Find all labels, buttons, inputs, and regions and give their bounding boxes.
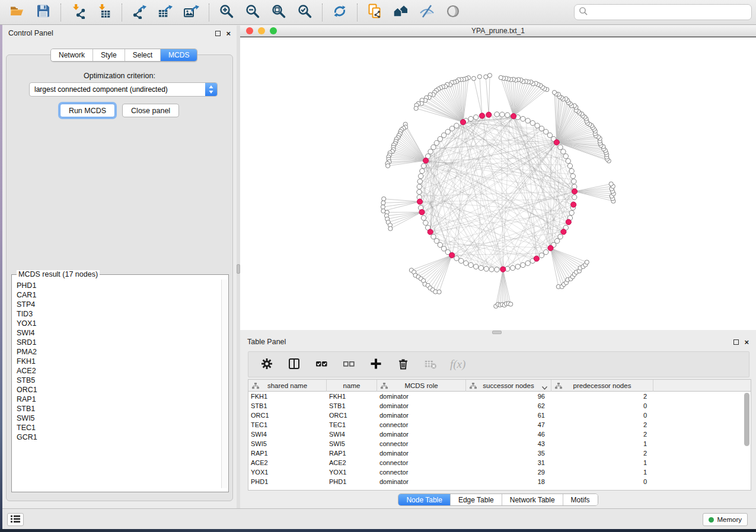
- mcds-node-item[interactable]: SRD1: [17, 338, 221, 347]
- tab-network[interactable]: Network: [51, 49, 93, 61]
- import-network-icon: [71, 4, 86, 21]
- column-header-predecessor-nodes[interactable]: predecessor nodes: [551, 380, 653, 392]
- network-file-button[interactable]: [366, 4, 384, 21]
- network-graph[interactable]: [240, 37, 756, 331]
- mcds-node-item[interactable]: TID3: [17, 309, 221, 319]
- hide-details-button[interactable]: [418, 4, 436, 21]
- mcds-node-item[interactable]: RAP1: [17, 395, 221, 404]
- mcds-node-item[interactable]: GCR1: [17, 432, 221, 442]
- cell-predecessor-nodes: 2: [551, 420, 653, 430]
- cytoscape-app-window: Control Panel × NetworkStyleSelectMCDS O…: [0, 0, 756, 532]
- close-table-panel-icon[interactable]: ×: [744, 339, 749, 345]
- mcds-node-item[interactable]: FKH1: [17, 357, 221, 366]
- table-row[interactable]: FKH1FKH1dominator962: [248, 392, 751, 401]
- column-header-shared-name[interactable]: shared name: [248, 380, 327, 392]
- tab-mcds[interactable]: MCDS: [161, 49, 197, 61]
- float-table-panel-icon[interactable]: [733, 339, 739, 345]
- zoom-in-icon: [219, 4, 234, 21]
- tab-style[interactable]: Style: [93, 49, 125, 61]
- show-all-networks-button[interactable]: [392, 4, 410, 21]
- delete-column-button[interactable]: [395, 357, 411, 372]
- table-row[interactable]: ACE2ACE2connector311: [248, 458, 751, 467]
- mcds-node-item[interactable]: ORC1: [17, 385, 221, 395]
- table-row[interactable]: STB1STB1dominator620: [248, 401, 751, 411]
- tab-network-table[interactable]: Network Table: [502, 494, 563, 505]
- show-details-button[interactable]: [444, 4, 462, 21]
- mcds-result-list[interactable]: PHD1CAR1STP4TID3YOX1SWI4SRD1PMA2FKH1ACE2…: [12, 280, 221, 488]
- import-table-button[interactable]: [95, 4, 113, 21]
- deselect-all-rows-button[interactable]: [341, 357, 356, 372]
- show-columns-button[interactable]: [286, 357, 302, 372]
- cell-successor-nodes: 31: [466, 458, 551, 467]
- mcds-node-item[interactable]: STB5: [17, 376, 221, 385]
- control-panel: Control Panel × NetworkStyleSelectMCDS O…: [2, 25, 237, 508]
- memory-button[interactable]: Memory: [703, 513, 748, 526]
- table-row[interactable]: SWI4SWI4dominator462: [248, 430, 751, 439]
- mcds-node-item[interactable]: CAR1: [17, 290, 221, 300]
- search-input[interactable]: [588, 5, 751, 20]
- network-window-titlebar: YPA_prune.txt_1: [240, 25, 756, 37]
- select-all-rows-button[interactable]: [314, 357, 329, 372]
- mcds-node-item[interactable]: SWI5: [17, 414, 221, 423]
- zoom-selected-button[interactable]: [296, 4, 314, 21]
- mcds-result-scrollbar[interactable]: [221, 280, 228, 488]
- table-settings-button[interactable]: [259, 357, 275, 372]
- table-row[interactable]: TEC1TEC1connector472: [248, 420, 751, 430]
- tab-motifs[interactable]: Motifs: [563, 494, 598, 505]
- tab-select[interactable]: Select: [125, 49, 161, 61]
- table-row[interactable]: ORC1ORC1dominator610: [248, 411, 751, 420]
- shared-column-icon: [252, 383, 259, 390]
- export-table-button[interactable]: [157, 4, 174, 21]
- column-header-successor-nodes[interactable]: successor nodes: [466, 380, 551, 392]
- column-header-name[interactable]: name: [327, 380, 377, 392]
- show-columns-icon: [288, 357, 301, 372]
- float-panel-icon[interactable]: [215, 31, 221, 36]
- horizontal-splitter-grip[interactable]: [492, 331, 502, 334]
- mcds-node-item[interactable]: ACE2: [17, 366, 221, 376]
- function-builder-button: f(x): [450, 357, 465, 372]
- task-history-button[interactable]: [7, 513, 24, 526]
- column-header-MCDS-role[interactable]: MCDS role: [377, 380, 466, 392]
- mcds-node-item[interactable]: STP4: [17, 300, 221, 309]
- zoom-in-button[interactable]: [218, 4, 235, 21]
- table-row[interactable]: PHD1PHD1dominator180: [248, 477, 751, 486]
- show-all-networks-icon: [393, 4, 409, 21]
- search-box[interactable]: [574, 4, 752, 20]
- cell-successor-nodes: 43: [466, 439, 551, 448]
- optimization-criterion-select[interactable]: largest connected component (undirected): [29, 82, 218, 97]
- tab-edge-table[interactable]: Edge Table: [451, 494, 502, 505]
- zoom-out-button[interactable]: [244, 4, 261, 21]
- table-row[interactable]: RAP1RAP1dominator352: [248, 448, 751, 458]
- export-network-button[interactable]: [130, 4, 148, 21]
- export-image-button[interactable]: [183, 4, 200, 21]
- mcds-node-item[interactable]: PHD1: [17, 281, 221, 290]
- table-scrollbar-thumb[interactable]: [744, 393, 749, 446]
- table-row[interactable]: SWI5SWI5connector431: [248, 439, 751, 448]
- open-file-button[interactable]: [8, 4, 26, 21]
- tab-node-table[interactable]: Node Table: [398, 494, 451, 505]
- cell-MCDS-role: connector: [377, 458, 466, 467]
- table-row[interactable]: YOX1YOX1connector291: [248, 467, 751, 477]
- add-column-button[interactable]: [368, 357, 384, 372]
- save-session-button[interactable]: [34, 4, 52, 21]
- mcds-node-item[interactable]: YOX1: [17, 319, 221, 328]
- mcds-node-item[interactable]: SWI4: [17, 328, 221, 338]
- import-network-button[interactable]: [69, 4, 87, 21]
- delete-table-icon: [424, 357, 437, 372]
- shared-column-icon: [470, 383, 477, 390]
- zoom-selected-icon: [297, 4, 312, 21]
- close-panel-icon[interactable]: ×: [226, 31, 231, 36]
- refresh-button[interactable]: [331, 4, 349, 21]
- zoom-fit-button[interactable]: [270, 4, 288, 21]
- cell-MCDS-role: dominator: [377, 392, 466, 401]
- mcds-node-item[interactable]: STB1: [17, 404, 221, 414]
- cell-successor-nodes: 18: [466, 477, 551, 486]
- run-mcds-button[interactable]: Run MCDS: [60, 104, 115, 117]
- deselect-all-rows-icon: [342, 357, 355, 372]
- mcds-node-item[interactable]: TEC1: [17, 423, 221, 432]
- close-panel-button[interactable]: Close panel: [122, 104, 179, 117]
- cell-shared-name: ORC1: [248, 411, 327, 420]
- network-canvas[interactable]: [240, 37, 756, 330]
- mcds-node-item[interactable]: PMA2: [17, 347, 221, 357]
- export-table-icon: [158, 4, 173, 21]
